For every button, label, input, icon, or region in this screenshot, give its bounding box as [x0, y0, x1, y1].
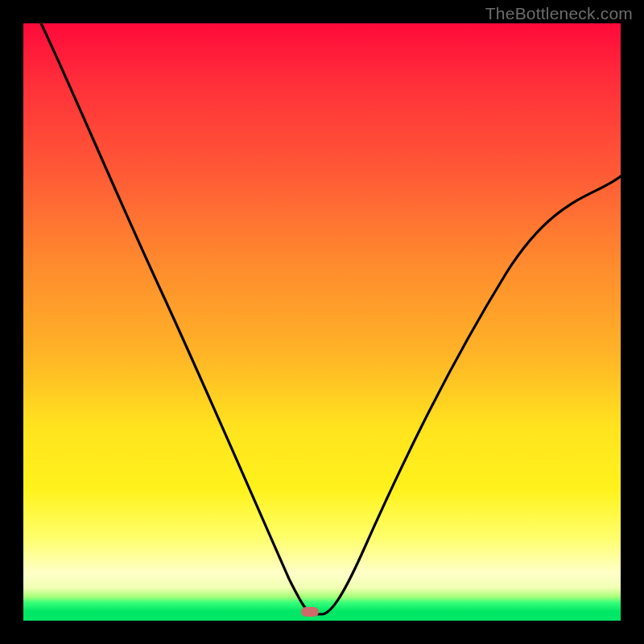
bottleneck-curve [23, 23, 621, 621]
curve-path [41, 23, 621, 614]
chart-frame: TheBottleneck.com [0, 0, 644, 644]
minimum-marker [301, 607, 319, 617]
watermark-text: TheBottleneck.com [485, 4, 633, 23]
plot-area [23, 23, 621, 621]
